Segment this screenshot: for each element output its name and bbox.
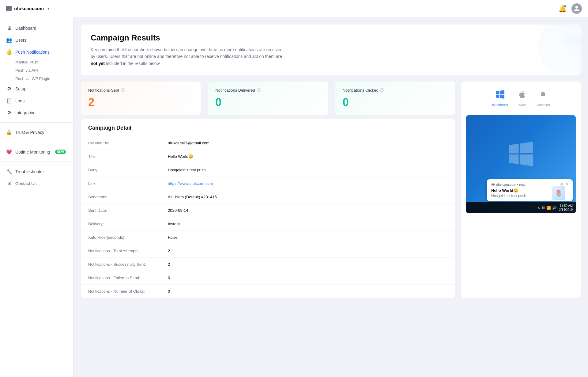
stats-row: Notifications Sent ⓘ 2 Notifications Del… (81, 82, 455, 115)
win-notif-header: ufukcam.com • now ⚙ ✕ (491, 182, 568, 186)
win-notif-site: ufukcam.com • now (491, 183, 526, 186)
sidebar-item-users[interactable]: 👥 Users (0, 34, 73, 46)
win-notif-close-icon[interactable]: ✕ (566, 182, 568, 186)
detail-value: Instant (160, 217, 455, 230)
integration-icon: ⚙ (6, 110, 12, 116)
stat-delivered-label: Notifications Delivered ⓘ (215, 88, 320, 93)
stat-sent-value: 2 (88, 96, 193, 109)
sidebar-item-integration[interactable]: ⚙ Integration (0, 107, 73, 119)
tab-mac[interactable]: Mac (518, 90, 526, 110)
sidebar: ⊞ Dashboard 👥 Users 🔔 Push Notifications… (0, 17, 74, 377)
stat-card-clicked: Notifications Clicked ⓘ 0 (335, 82, 455, 115)
sidebar-item-dashboard[interactable]: ⊞ Dashboard (0, 22, 73, 34)
sidebar-sub-manual-push[interactable]: Manual Push (0, 58, 73, 66)
sidebar-sub-push-via-api[interactable]: Push via API (0, 66, 73, 74)
notification-bell-button[interactable]: 🔔 (558, 5, 567, 13)
layout: ⊞ Dashboard 👥 Users 🔔 Push Notifications… (0, 17, 588, 377)
win-taskbar-icons: ∧ 🖥 📶 🔊 (537, 206, 557, 210)
user-avatar[interactable] (571, 3, 582, 14)
detail-key: Title: (81, 150, 160, 163)
os-tabs: Windows Mac Android (466, 86, 576, 115)
sidebar-item-trust-privacy[interactable]: 🔒 Trust & Privacy (0, 126, 73, 138)
stat-clicked-label: Notifications Clicked ⓘ (343, 88, 448, 93)
win-notif-settings-icon[interactable]: ⚙ (560, 182, 563, 186)
sidebar-label-integration: Integration (15, 110, 36, 115)
win-taskbar-sound-icon: 🔊 (552, 206, 557, 210)
detail-value: ufukcam07@gmail.com (160, 136, 455, 150)
sidebar-label-troubleshooter: Troubleshooter (15, 169, 44, 174)
detail-row: Body:Hoşgeldiniz test push (81, 163, 455, 177)
win-taskbar-battery-icon: 🖥 (541, 206, 545, 210)
uptime-monitoring-icon: 💗 (6, 149, 12, 155)
detail-key: Notifications - Failed to Send: (81, 271, 160, 284)
topbar-left: ... ufukcam.com ▾ (6, 6, 49, 11)
sidebar-sub-push-via-wp-plugin[interactable]: Push via WP Plugin (0, 74, 73, 83)
tab-windows[interactable]: Windows (492, 90, 508, 110)
win-notif-body: Hoşgeldiniz test push (491, 194, 526, 198)
detail-value: 0 (160, 271, 455, 284)
stat-sent-label: Notifications Sent ⓘ (88, 88, 193, 93)
win-notif-globe-icon (491, 183, 495, 186)
campaign-detail-card: Campaign Detail Created By:ufukcam07@gma… (81, 119, 455, 298)
tab-windows-label: Windows (492, 103, 508, 107)
topbar-right: 🔔 (558, 3, 582, 14)
trust-privacy-icon: 🔒 (6, 129, 12, 135)
sidebar-label-contact-us: Contact Us (15, 181, 36, 186)
detail-row: Notifications - Successfully Sent:2 (81, 258, 455, 271)
detail-row: Notifications - Total Attempts:2 (81, 244, 455, 258)
campaign-detail-table: Created By:ufukcam07@gmail.comTitle:Hell… (81, 136, 455, 298)
detail-key: Notifications - Number of Clicks: (81, 285, 160, 298)
win-notif-controls[interactable]: ⚙ ✕ (560, 182, 568, 186)
sidebar-label-users: Users (15, 38, 27, 43)
sidebar-item-uptime-monitoring[interactable]: 💗 Uptime Monitoring NEW (0, 146, 73, 158)
windows-taskbar: ∧ 🖥 📶 🔊 11:50 AM 2/14/2019 (466, 202, 576, 213)
sidebar-label-push-notifications: Push Notifications (15, 50, 50, 55)
push-notifications-icon: 🔔 (6, 49, 12, 55)
detail-row: Notifications - Number of Clicks:0 (81, 285, 455, 298)
detail-key: Delivery: (81, 217, 160, 230)
win-taskbar-time: 11:50 AM 2/14/2019 (559, 204, 573, 212)
detail-value: 2 (160, 258, 455, 271)
windows-logo-area (509, 142, 533, 167)
detail-row: Segments:All Users (Default) #231415 (81, 190, 455, 204)
sidebar-label-uptime-monitoring: Uptime Monitoring (15, 150, 50, 154)
stat-card-sent: Notifications Sent ⓘ 2 (81, 82, 201, 115)
detail-key: Notifications - Successfully Sent: (81, 258, 160, 271)
sidebar-label-setup: Setup (15, 86, 27, 91)
main-content: Campaign Results Keep in mind that the n… (74, 17, 588, 377)
sidebar-item-setup[interactable]: ⚙ Setup (0, 83, 73, 95)
topbar: ... ufukcam.com ▾ 🔔 (0, 0, 588, 17)
campaign-results-description: Keep in mind that the numbers shown belo… (91, 46, 287, 67)
setup-icon: ⚙ (6, 86, 12, 92)
sidebar-item-contact-us[interactable]: ✉ Contact Us (0, 177, 73, 189)
troubleshooter-icon: 🔧 (6, 169, 12, 174)
detail-key: Body: (81, 163, 160, 177)
detail-value: Hello World😊 (160, 150, 455, 163)
windows-preview: ufukcam.com • now ⚙ ✕ Hello World😊 Hoşge… (466, 115, 576, 213)
detail-value: 0 (160, 285, 455, 298)
detail-key: Created By: (81, 136, 160, 150)
sidebar-item-push-notifications[interactable]: 🔔 Push Notifications (0, 46, 73, 58)
stat-clicked-value: 0 (343, 96, 448, 109)
detail-key: Notifications - Total Attempts: (81, 244, 160, 257)
detail-row: Delivery:Instant (81, 217, 455, 231)
detail-key: Auto Hide (seconds): (81, 231, 160, 244)
tab-android[interactable]: Android (536, 90, 550, 110)
dashboard-icon: ⊞ (6, 25, 12, 31)
detail-key: Sent Date: (81, 204, 160, 217)
android-icon (539, 90, 547, 101)
mac-icon (518, 90, 526, 101)
win-taskbar-up-icon: ∧ (537, 206, 540, 210)
detail-row: Title:Hello World😊 (81, 150, 455, 163)
user-avatar-icon (573, 5, 580, 12)
campaign-results-card: Campaign Results Keep in mind that the n… (81, 25, 581, 75)
sidebar-item-logs[interactable]: 📋 Logs (0, 95, 73, 107)
topbar-chevron-icon[interactable]: ▾ (47, 6, 49, 11)
detail-value: 2 (160, 244, 455, 257)
sidebar-label-logs: Logs (15, 98, 24, 103)
detail-link[interactable]: https://www.ufukcam.com (168, 181, 213, 186)
sidebar-item-troubleshooter[interactable]: 🔧 Troubleshooter (0, 166, 73, 177)
windows-bg-logo (509, 142, 533, 166)
card-decoration (501, 25, 581, 74)
logs-icon: 📋 (6, 98, 12, 104)
